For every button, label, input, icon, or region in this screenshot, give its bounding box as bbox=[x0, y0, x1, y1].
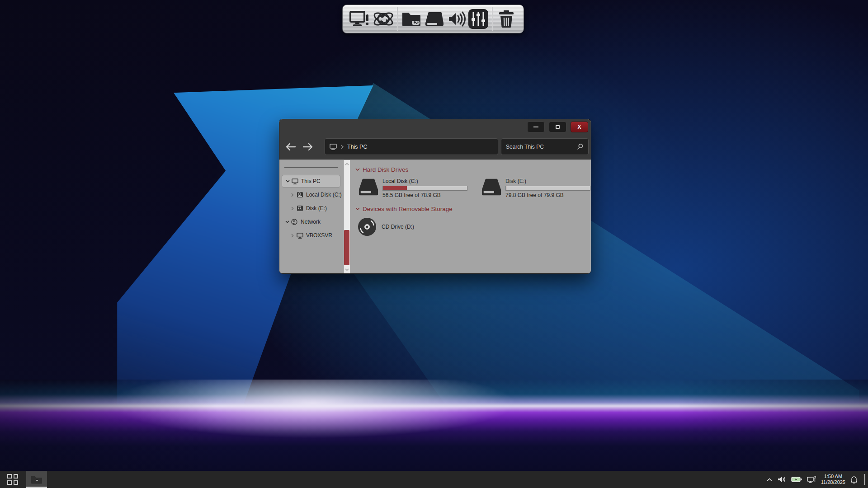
scroll-down-arrow-icon[interactable] bbox=[344, 267, 350, 273]
minimize-button[interactable] bbox=[527, 122, 545, 132]
tree-scrollbar[interactable] bbox=[343, 160, 350, 274]
notifications-bell-icon[interactable] bbox=[850, 476, 858, 483]
section-title: Hard Disk Drives bbox=[363, 166, 408, 173]
back-button[interactable] bbox=[285, 141, 297, 153]
title-bar[interactable]: X bbox=[279, 119, 591, 134]
dock-internet-globe-icon[interactable] bbox=[372, 7, 395, 31]
cd-drive-icon bbox=[357, 217, 377, 237]
minimize-icon bbox=[533, 127, 538, 127]
taskbar-file-explorer-button[interactable] bbox=[26, 471, 47, 488]
chevron-right-icon[interactable] bbox=[289, 193, 296, 197]
network-icon[interactable] bbox=[807, 476, 816, 483]
battery-charging-icon[interactable] bbox=[791, 476, 802, 483]
drive-local-disk-c[interactable]: Local Disk (C:) 56.5 GB free of 78.9 GB bbox=[358, 178, 467, 198]
drive-free-space: 79.8 GB free of 79.9 GB bbox=[505, 192, 590, 198]
chevron-down-icon[interactable] bbox=[284, 180, 291, 183]
dock-recycle-bin-icon[interactable] bbox=[495, 7, 518, 31]
taskbar-clock[interactable]: 1:50 AM 11/28/2025 bbox=[821, 474, 845, 485]
clock-date: 11/28/2025 bbox=[821, 479, 845, 485]
system-tray: 1:50 AM 11/28/2025 bbox=[766, 471, 868, 488]
capacity-bar bbox=[382, 186, 467, 191]
close-button[interactable]: X bbox=[571, 122, 588, 132]
start-grid-icon bbox=[7, 474, 18, 485]
device-name: CD Drive (D:) bbox=[382, 224, 414, 230]
start-button[interactable] bbox=[3, 471, 23, 488]
capacity-bar bbox=[505, 186, 590, 191]
navigation-bar: This PC bbox=[279, 134, 591, 160]
chevron-down-icon[interactable] bbox=[284, 221, 290, 223]
forward-button[interactable] bbox=[302, 141, 314, 153]
dock-divider bbox=[397, 7, 398, 31]
breadcrumb-location[interactable]: This PC bbox=[347, 144, 367, 150]
desktop: X bbox=[0, 0, 868, 488]
folder-icon bbox=[31, 475, 42, 484]
this-pc-icon bbox=[330, 144, 337, 150]
computer-icon bbox=[291, 178, 299, 184]
tree-item-network[interactable]: Network bbox=[279, 216, 343, 228]
section-header-removable-storage[interactable]: Devices with Removable Storage bbox=[355, 206, 591, 212]
scrollbar-thumb[interactable] bbox=[344, 230, 349, 265]
search-input[interactable] bbox=[506, 144, 577, 150]
close-icon: X bbox=[577, 124, 581, 130]
section-chevron-icon bbox=[355, 207, 360, 211]
tree-item-disk-e[interactable]: Disk (E:) bbox=[279, 202, 343, 215]
tree-item-label: Disk (E:) bbox=[306, 205, 327, 211]
device-cd-drive-d[interactable]: CD Drive (D:) bbox=[357, 217, 591, 237]
section-header-hard-disk-drives[interactable]: Hard Disk Drives bbox=[355, 166, 591, 173]
back-arrow-icon bbox=[285, 143, 296, 151]
forward-arrow-icon bbox=[302, 143, 313, 151]
computer-icon bbox=[296, 233, 304, 239]
chevron-right-icon[interactable] bbox=[289, 206, 296, 211]
tree-item-local-disk-c[interactable]: Local Disk (C:) bbox=[279, 188, 343, 201]
window-body: This PC Local Disk (C:) Disk (E:) bbox=[279, 160, 591, 274]
taskbar: 1:50 AM 11/28/2025 bbox=[0, 471, 868, 488]
search-icon bbox=[577, 143, 584, 150]
clock-time: 1:50 AM bbox=[824, 474, 842, 479]
tree-item-vboxsvr[interactable]: VBOXSVR bbox=[279, 229, 343, 242]
tree-item-this-pc[interactable]: This PC bbox=[282, 175, 340, 188]
tree-separator bbox=[284, 167, 338, 168]
tree-item-label: Local Disk (C:) bbox=[306, 192, 342, 198]
show-desktop-button[interactable] bbox=[864, 474, 865, 485]
drive-name: Disk (E:) bbox=[505, 178, 590, 184]
capacity-bar-fill bbox=[383, 186, 407, 190]
maximize-button[interactable] bbox=[549, 122, 566, 132]
tree-item-label: Network bbox=[301, 219, 321, 225]
capacity-bar-fill bbox=[506, 186, 506, 190]
desktop-dock bbox=[342, 5, 524, 33]
chevron-right-icon[interactable] bbox=[289, 234, 296, 238]
network-globe-icon bbox=[290, 219, 298, 225]
dock-hard-drive-icon[interactable] bbox=[423, 7, 447, 31]
file-explorer-window: X bbox=[279, 119, 591, 274]
drive-icon bbox=[296, 205, 304, 211]
dock-divider bbox=[492, 7, 493, 31]
volume-icon[interactable] bbox=[778, 476, 786, 483]
drive-disk-e[interactable]: Disk (E:) 79.8 GB free of 79.9 GB bbox=[481, 178, 590, 198]
drive-free-space: 56.5 GB free of 78.9 GB bbox=[382, 192, 467, 198]
wallpaper-ground bbox=[0, 380, 868, 471]
section-title: Devices with Removable Storage bbox=[363, 206, 453, 212]
navigation-pane: This PC Local Disk (C:) Disk (E:) bbox=[279, 160, 343, 274]
hidden-icons-chevron-icon[interactable] bbox=[766, 478, 773, 482]
breadcrumb-chevron-icon bbox=[340, 145, 344, 149]
maximize-icon bbox=[556, 125, 560, 129]
hard-drive-icon bbox=[481, 178, 502, 197]
tree-item-label: VBOXSVR bbox=[306, 232, 332, 239]
hard-drive-icon bbox=[358, 178, 379, 197]
section-chevron-icon bbox=[355, 168, 360, 171]
tree-item-label: This PC bbox=[301, 178, 321, 184]
dock-my-computer-icon[interactable] bbox=[348, 7, 372, 31]
content-pane: Hard Disk Drives Local Disk (C:) bbox=[350, 160, 591, 274]
dock-volume-icon[interactable] bbox=[447, 7, 467, 31]
dock-games-folder-icon[interactable] bbox=[400, 7, 423, 31]
dock-mixer-icon[interactable] bbox=[467, 7, 490, 31]
scroll-up-arrow-icon[interactable] bbox=[344, 161, 350, 167]
drive-name: Local Disk (C:) bbox=[382, 178, 467, 184]
drive-icon bbox=[296, 192, 304, 198]
search-box[interactable] bbox=[501, 138, 589, 155]
address-bar[interactable]: This PC bbox=[325, 138, 498, 155]
